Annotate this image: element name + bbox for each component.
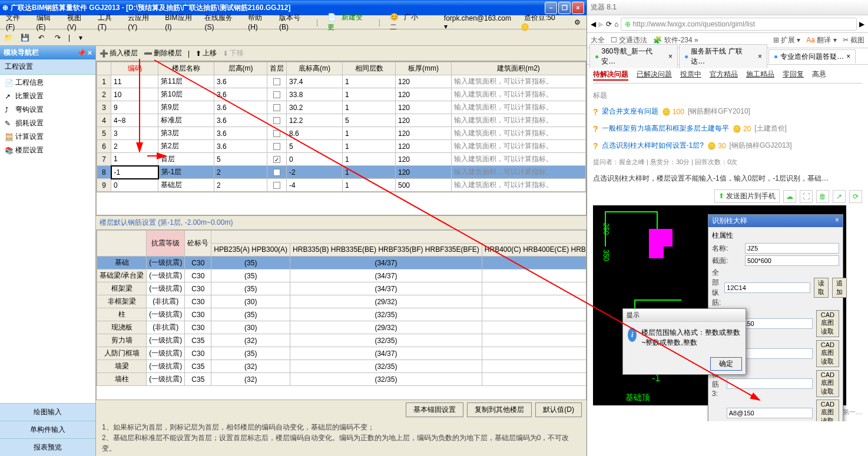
nav-item-hook[interactable]: ⤴弯钩设置 [1, 103, 94, 117]
delete-floor-button[interactable]: ➖ 删除楼层 [144, 48, 182, 58]
qnav-high[interactable]: 高悬 [812, 69, 826, 81]
floor-row[interactable]: 210第10层3.633.81120输入建筑面积，可以计算指标。 [97, 88, 586, 101]
rotate-icon[interactable]: ⟳ [849, 190, 862, 203]
floor-row[interactable]: 90基础层2-41500输入建筑面积，可以计算指标。 [97, 179, 586, 192]
floor-grid[interactable]: 编码 楼层名称 层高(m) 首层 底标高(m) 相同层数 板厚(mm) 建筑面积… [96, 61, 587, 192]
tab-close-icon[interactable]: × [668, 52, 672, 61]
dlg-stirrup3-input[interactable] [727, 378, 813, 389]
expand-icon[interactable]: ⛶ [800, 190, 813, 203]
floor-row[interactable]: 53第3层3.68.61120输入建筑面积，可以计算指标。 [97, 127, 586, 140]
menu-help[interactable]: 帮助(H) [244, 12, 273, 32]
question-link[interactable]: ?一般框架剪力墙高层和框架多层土建每平 🪙 20 [土建造价] [593, 120, 862, 137]
rebar-row[interactable]: 墙柱(一级抗震)C35(32)(32/35)(37/41)(45/50)(37)… [97, 373, 587, 386]
col-same[interactable]: 相同层数 [343, 62, 396, 75]
col-thick[interactable]: 板厚(mm) [396, 62, 452, 75]
dlg-add-button[interactable]: 追加 [832, 278, 847, 298]
share-icon[interactable]: ↗ [833, 190, 846, 203]
msgbox-ok-button[interactable]: 确定 [710, 357, 742, 371]
rebar-row[interactable]: 人防门框墙(一级抗震)C30(35)(34/37)(41/45)(50/55)(… [97, 347, 587, 360]
browser-tab-2[interactable]: ●专业造价问题答疑…× [768, 49, 856, 64]
menu-edit[interactable]: 编辑(E) [33, 12, 61, 32]
default-button[interactable]: 默认值(D) [535, 402, 582, 417]
rebar-grid[interactable]: 抗震等级 砼标号 锚固 HPB235(A) HPB300(A) HRB335(B… [96, 229, 587, 400]
rebar-row[interactable]: 非框架梁(非抗震)C30(30)(29/32)(35/39)(43/48)(35… [97, 295, 587, 308]
nav-section[interactable]: 工程设置 [0, 59, 95, 75]
nav-item-weight[interactable]: ↗比重设置 [1, 89, 94, 103]
col-seismic[interactable]: 抗震等级 [147, 231, 185, 257]
menu-view[interactable]: 视图(V) [64, 12, 92, 32]
nav-pin-icon[interactable]: 📌 × [77, 49, 92, 57]
basic-anchor-button[interactable]: 基本锚固设置 [406, 402, 463, 417]
tab-close-icon[interactable]: × [758, 52, 762, 61]
rebar-row[interactable]: 柱(一级抗震)C30(35)(32/35)(37/41)(45/50)(41)(… [97, 308, 587, 321]
nav-report[interactable]: 报表预览 [0, 438, 95, 456]
go-icon[interactable]: ▶ [859, 20, 864, 28]
question-link[interactable]: ?点选识别柱大样时如何设置-1层? 🪙 30 [钢筋抽样GGJ2013] [593, 137, 862, 154]
menu-bim[interactable]: BIM应用(I) [161, 12, 198, 32]
col-name[interactable]: 楼层名称 [158, 62, 214, 75]
nav-draw-input[interactable]: 绘图输入 [0, 403, 95, 421]
menu-tool[interactable]: 工具(T) [94, 12, 122, 32]
rebar-row[interactable]: 框架梁(一级抗震)C30(35)(34/37)(41/45)(50/55)(41… [97, 282, 587, 295]
menu-cloud[interactable]: 云应用(Y) [124, 12, 159, 32]
dlg-cad1-button[interactable]: CAD底图读取 [816, 310, 839, 337]
back-icon[interactable]: ◀ [591, 20, 596, 28]
home-icon[interactable]: ⌂ [614, 20, 618, 28]
col-code[interactable]: 编码 [111, 62, 158, 75]
address-bar[interactable]: ⊕ http://www.fwxgx.com/question/giml/lis… [621, 18, 857, 31]
col-concrete[interactable]: 砼标号 [185, 231, 211, 257]
rebar-row[interactable]: 基础梁/承台梁(一级抗震)C30(35)(34/37)(41/45)(50/55… [97, 269, 587, 282]
nav-item-calc[interactable]: 🧮计算设置 [1, 130, 94, 144]
rebar-row[interactable]: 现浇板(非抗震)C30(30)(29/32)(35/39)(43/48)(35)… [97, 321, 587, 334]
floor-row[interactable]: 111第11层3.637.41120输入建筑面积，可以计算指标。 [97, 75, 586, 88]
nav-item-floor[interactable]: 📚楼层设置 [1, 144, 94, 157]
trash-icon[interactable]: 🗑 [816, 190, 829, 203]
question-link[interactable]: ?梁合并支座有问题 🪙 100 [钢筋翻样GFY2010] [593, 103, 862, 120]
send-image-button[interactable]: ⬆ 发送图片到手机 [714, 189, 780, 203]
rebar-row[interactable]: 基础(一级抗震)C30(35)(34/37)(41/45)(50/55)(41)… [97, 257, 587, 269]
col-height[interactable]: 层高(m) [214, 62, 267, 75]
tool-open-icon[interactable]: 📁 [2, 32, 14, 44]
forward-icon[interactable]: ▶ [598, 20, 604, 28]
qnav-vote[interactable]: 投票中 [680, 69, 701, 81]
floor-row[interactable]: 62第2层3.651120输入建筑面积，可以计算指标。 [97, 140, 586, 153]
dlg-cad3-button[interactable]: CAD底图读取 [816, 370, 839, 397]
menu-gxe[interactable]: 😊 广小二 [386, 11, 429, 34]
insert-floor-button[interactable]: ➕ 插入楼层 [100, 48, 138, 58]
user-menu[interactable]: forpk.chen@163.com ▾ [440, 13, 515, 32]
tool-redo-icon[interactable]: ↷ [52, 32, 64, 44]
rebar-row[interactable]: 墙梁(一级抗震)C35(32)(32/35)(37/41)(45/50)(37)… [97, 360, 587, 373]
floor-row[interactable]: 71首层501120输入建筑面积，可以计算指标。 [97, 153, 586, 166]
floor-row[interactable]: 39第9层3.630.21120输入建筑面积，可以计算指标。 [97, 101, 586, 114]
close-button[interactable]: × [572, 2, 584, 14]
qnav-official[interactable]: 官方精品 [710, 69, 738, 81]
tab-close-icon[interactable]: × [846, 52, 850, 61]
tool-save-icon[interactable]: 💾 [19, 32, 31, 44]
cloud-icon[interactable]: ☁ [783, 190, 796, 203]
dlg-extra-input[interactable] [727, 408, 813, 418]
dlg-rebar-input[interactable] [724, 282, 810, 293]
col-area[interactable]: 建筑面积(m2) [452, 62, 586, 75]
nav-item-loss[interactable]: ✎损耗设置 [1, 117, 94, 130]
floor-row[interactable]: 44~8标准层3.612.25120输入建筑面积，可以计算指标。 [97, 114, 586, 127]
reload-icon[interactable]: ⟳ [606, 20, 612, 28]
menu-new-change[interactable]: 📄 新建变更 [324, 11, 373, 34]
col-first[interactable]: 首层 [267, 62, 287, 75]
settings-icon[interactable]: ⚙ [571, 17, 584, 28]
dlg-close-icon[interactable]: × [835, 216, 839, 226]
nav-item-project-info[interactable]: 📄工程信息 [1, 76, 94, 89]
menu-version[interactable]: 版本号(B) [276, 12, 310, 32]
col-bottom[interactable]: 底标高(m) [287, 62, 343, 75]
qnav-solved[interactable]: 已解决问题 [637, 69, 672, 81]
dlg-name-input[interactable] [745, 243, 839, 254]
nav-single-input[interactable]: 单构件输入 [0, 421, 95, 438]
move-up-button[interactable]: ⬆ 上移 [196, 48, 217, 58]
rebar-row[interactable]: 剪力墙(一级抗震)C35(32)(32/35)(37/41)(45/50)(37… [97, 334, 587, 347]
menu-file[interactable]: 文件(F) [2, 12, 31, 32]
qnav-construction[interactable]: 施工精品 [746, 69, 774, 81]
qnav-noreply[interactable]: 零回复 [783, 69, 804, 81]
tool-undo-icon[interactable]: ↶ [35, 32, 47, 44]
qnav-pending[interactable]: 待解决问题 [593, 69, 628, 81]
menu-online[interactable]: 在线服务(S) [201, 12, 242, 32]
dlg-cad2-button[interactable]: CAD底图读取 [816, 340, 839, 367]
